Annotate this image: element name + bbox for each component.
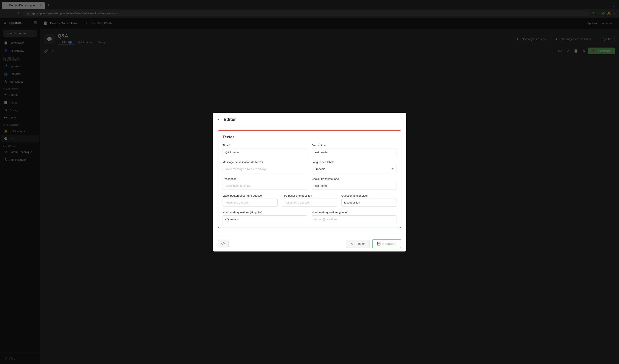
modal-footer: </> ✕ Annuler 💾 Enregistrer — [213, 236, 406, 252]
form-group-singulier: Nombre de questions (singulier) — [223, 211, 307, 223]
titre-label: Titre * — [223, 144, 307, 147]
description-top-input[interactable] — [312, 148, 396, 156]
placeholder-input[interactable] — [341, 199, 396, 206]
singulier-input[interactable] — [223, 215, 307, 223]
description-top-label: Description — [312, 144, 396, 147]
modal-body: Textes Titre * Description — [213, 126, 406, 236]
save-label: Enregistrer — [382, 242, 396, 245]
section-title: Textes — [223, 135, 396, 139]
form-row-3: Description Choisir un thème label — [223, 177, 396, 190]
form-group-description: Description — [223, 177, 307, 190]
titre-poser-label: Titre poser une question — [282, 194, 337, 197]
placeholder-label: Question placeholder — [341, 194, 396, 197]
langue-select[interactable]: Français English Deutsch Español — [312, 165, 396, 173]
edit-modal: ✏ Editer Textes Titre * D — [213, 113, 406, 252]
textes-section: Textes Titre * Description — [218, 130, 401, 228]
titre-poser-input[interactable] — [282, 199, 337, 206]
cancel-x: ✕ — [351, 242, 353, 245]
singulier-label: Nombre de questions (singulier) — [223, 211, 307, 214]
form-row-4: Label bouton poser une question Titre po… — [223, 194, 396, 206]
description-label: Description — [223, 177, 307, 180]
form-group-theme: Choisir un thème label — [312, 177, 396, 190]
message-label: Message de validation de l'envoi — [223, 161, 307, 164]
form-group-titre: Titre * — [223, 144, 307, 156]
cancel-label: Annuler — [354, 242, 365, 245]
theme-input[interactable] — [312, 182, 396, 190]
form-group-message: Message de validation de l'envoi — [223, 161, 307, 173]
theme-label: Choisir un thème label — [312, 177, 396, 180]
modal-header: ✏ Editer — [213, 113, 406, 126]
code-icon: </> — [221, 242, 225, 245]
description-input[interactable] — [223, 182, 307, 190]
form-group-label-bouton: Label bouton poser une question — [223, 194, 278, 206]
form-group-description-top: Description — [312, 144, 396, 156]
save-button[interactable]: 💾 Enregistrer — [372, 240, 401, 248]
modal-overlay[interactable]: ✏ Editer Textes Titre * D — [0, 0, 619, 364]
label-bouton-input[interactable] — [223, 199, 278, 206]
form-row-5: Nombre de questions (singulier) Nombre d… — [223, 211, 396, 223]
code-button[interactable]: </> — [218, 240, 229, 247]
cancel-button[interactable]: ✕ Annuler — [346, 240, 369, 248]
form-group-langue: Langue des labels Français English Deuts… — [312, 161, 396, 173]
modal-header-icon: ✏ — [218, 117, 222, 122]
form-group-titre-poser: Titre poser une question — [282, 194, 337, 206]
form-row-2: Message de validation de l'envoi Langue … — [223, 161, 396, 173]
form-group-pluriel: Nombre de questions (pluriel) — [312, 211, 396, 223]
save-icon: 💾 — [377, 242, 380, 245]
langue-label: Langue des labels — [312, 161, 396, 164]
form-group-placeholder: Question placeholder — [341, 194, 396, 206]
label-bouton-label: Label bouton poser une question — [223, 194, 278, 197]
footer-right: ✕ Annuler 💾 Enregistrer — [346, 240, 401, 248]
pluriel-label: Nombre de questions (pluriel) — [312, 211, 396, 214]
titre-input[interactable] — [223, 148, 307, 156]
pluriel-input[interactable] — [312, 215, 396, 223]
form-row-1: Titre * Description — [223, 144, 396, 156]
modal-title: Editer — [224, 117, 236, 122]
message-input[interactable] — [223, 165, 307, 173]
